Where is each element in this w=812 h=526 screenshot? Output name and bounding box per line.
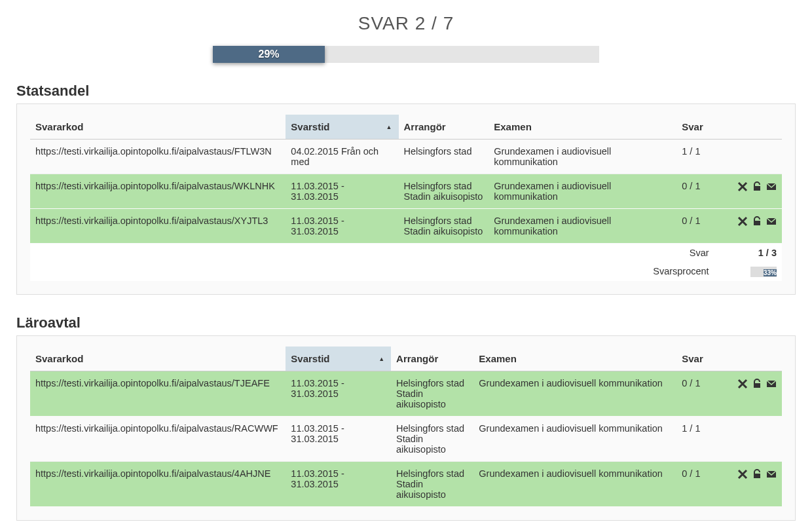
section-title: Läroavtal bbox=[16, 314, 796, 331]
column-header-svar[interactable]: Svar bbox=[676, 115, 714, 140]
unlock-icon[interactable] bbox=[752, 379, 762, 389]
arrangor-cell: Helsingfors stad Stadin aikuisopisto bbox=[399, 174, 489, 209]
svarstid-cell: 11.03.2015 - 31.03.2015 bbox=[286, 417, 391, 462]
column-header-org[interactable]: Arrangör bbox=[391, 347, 473, 371]
unlock-icon[interactable] bbox=[752, 181, 762, 192]
table-row: https://testi.virkailija.opintopolku.fi/… bbox=[30, 417, 782, 462]
examen-cell: Grundexamen i audiovisuell kommunikation bbox=[473, 371, 676, 417]
arrangor-cell: Helsingfors stad Stadin aikuisopisto bbox=[391, 371, 473, 417]
mail-icon[interactable] bbox=[766, 379, 777, 389]
examen-cell: Grundexamen i audiovisuell kommunikation bbox=[473, 417, 676, 462]
mail-icon[interactable] bbox=[766, 181, 777, 192]
page-title: SVAR 2 / 7 bbox=[16, 13, 796, 34]
column-header-code[interactable]: Svararkod bbox=[30, 347, 286, 371]
table-row: https://testi.virkailija.opintopolku.fi/… bbox=[30, 209, 782, 244]
main-progress-track: 29% bbox=[213, 46, 599, 63]
svarstid-cell: 11.03.2015 - 31.03.2015 bbox=[286, 209, 398, 244]
column-header-actions[interactable] bbox=[714, 115, 782, 140]
column-header-time[interactable]: Svarstid bbox=[286, 347, 391, 371]
examen-cell: Grundexamen i audiovisuell kommunikation bbox=[489, 140, 676, 174]
table-row: https://testi.virkailija.opintopolku.fi/… bbox=[30, 174, 782, 209]
svararkod-link[interactable]: https://testi.virkailija.opintopolku.fi/… bbox=[35, 181, 275, 191]
summary-svar-value: 1 / 3 bbox=[714, 244, 782, 263]
svararkod-link[interactable]: https://testi.virkailija.opintopolku.fi/… bbox=[35, 378, 270, 388]
table-row: https://testi.virkailija.opintopolku.fi/… bbox=[30, 462, 782, 507]
table-row: https://testi.virkailija.opintopolku.fi/… bbox=[30, 371, 782, 417]
svarstid-cell: 11.03.2015 - 31.03.2015 bbox=[286, 462, 391, 507]
mail-icon[interactable] bbox=[766, 216, 777, 227]
svararkod-link[interactable]: https://testi.virkailija.opintopolku.fi/… bbox=[35, 468, 270, 479]
column-header-exam[interactable]: Examen bbox=[489, 115, 676, 140]
examen-cell: Grundexamen i audiovisuell kommunikation bbox=[489, 209, 676, 244]
svar-cell: 1 / 1 bbox=[676, 140, 714, 174]
unlock-icon[interactable] bbox=[752, 469, 762, 479]
close-icon[interactable] bbox=[737, 469, 748, 479]
close-icon[interactable] bbox=[737, 379, 748, 389]
summary-percent-value: 33% bbox=[714, 262, 782, 281]
examen-cell: Grundexamen i audiovisuell kommunikation bbox=[473, 462, 676, 507]
close-icon[interactable] bbox=[737, 181, 748, 192]
svar-cell: 0 / 1 bbox=[676, 462, 714, 507]
unlock-icon[interactable] bbox=[752, 216, 762, 227]
svarstid-cell: 11.03.2015 - 31.03.2015 bbox=[286, 174, 398, 209]
svarstid-cell: 11.03.2015 - 31.03.2015 bbox=[286, 371, 391, 417]
svar-cell: 0 / 1 bbox=[676, 174, 714, 209]
column-header-actions[interactable] bbox=[714, 347, 782, 371]
svarstid-cell: 04.02.2015 Från och med bbox=[286, 140, 398, 174]
close-icon[interactable] bbox=[737, 216, 748, 227]
column-header-time[interactable]: Svarstid bbox=[286, 115, 398, 140]
mail-icon[interactable] bbox=[766, 469, 777, 479]
summary-svar-label: Svar bbox=[30, 244, 714, 263]
column-header-code[interactable]: Svararkod bbox=[30, 115, 286, 140]
arrangor-cell: Helsingfors stad Stadin aikuisopisto bbox=[399, 209, 489, 244]
svar-cell: 0 / 1 bbox=[676, 371, 714, 417]
svar-cell: 1 / 1 bbox=[676, 417, 714, 462]
examen-cell: Grundexamen i audiovisuell kommunikation bbox=[489, 174, 676, 209]
svararkod-link[interactable]: https://testi.virkailija.opintopolku.fi/… bbox=[35, 423, 278, 434]
main-progress-bar: 29% bbox=[213, 46, 325, 63]
arrangor-cell: Helsingfors stad Stadin aikuisopisto bbox=[391, 462, 473, 507]
arrangor-cell: Helsingfors stad bbox=[399, 140, 489, 174]
column-header-org[interactable]: Arrangör bbox=[399, 115, 489, 140]
column-header-exam[interactable]: Examen bbox=[473, 347, 676, 371]
svar-cell: 0 / 1 bbox=[676, 209, 714, 244]
section-title: Statsandel bbox=[16, 83, 796, 100]
arrangor-cell: Helsingfors stad Stadin aikuisopisto bbox=[391, 417, 473, 462]
summary-percent-label: Svarsprocent bbox=[30, 262, 714, 281]
column-header-svar[interactable]: Svar bbox=[676, 347, 714, 371]
table-row: https://testi.virkailija.opintopolku.fi/… bbox=[30, 140, 782, 174]
svararkod-link[interactable]: https://testi.virkailija.opintopolku.fi/… bbox=[35, 146, 272, 157]
svararkod-link[interactable]: https://testi.virkailija.opintopolku.fi/… bbox=[35, 216, 268, 226]
